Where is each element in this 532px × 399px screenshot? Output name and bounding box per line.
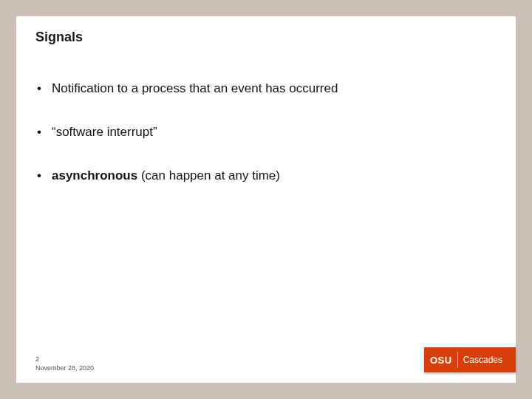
list-item: Notification to a process that an event … <box>35 81 497 98</box>
bullet-list: Notification to a process that an event … <box>35 81 497 185</box>
slide-frame: Signals Notification to a process that a… <box>0 0 532 399</box>
slide-title: Signals <box>35 30 497 45</box>
logo-divider <box>457 352 458 368</box>
osu-cascades-logo: OSU Cascades <box>424 347 516 372</box>
slide-footer: 2 November 28, 2020 <box>35 355 94 372</box>
list-item: “software interrupt” <box>35 124 497 141</box>
list-item: asynchronous (can happen at any time) <box>35 168 497 185</box>
bullet-text-post: (can happen at any time) <box>137 168 280 183</box>
logo-short: OSU <box>430 355 452 366</box>
bullet-text-bold: asynchronous <box>52 168 137 183</box>
logo-long: Cascades <box>463 355 502 365</box>
page-number: 2 <box>35 355 94 364</box>
slide-body: Signals Notification to a process that a… <box>16 16 516 383</box>
slide-date: November 28, 2020 <box>35 364 94 372</box>
bullet-text-post: “software interrupt” <box>52 125 157 139</box>
bullet-text-post: Notification to a process that an event … <box>52 81 338 95</box>
